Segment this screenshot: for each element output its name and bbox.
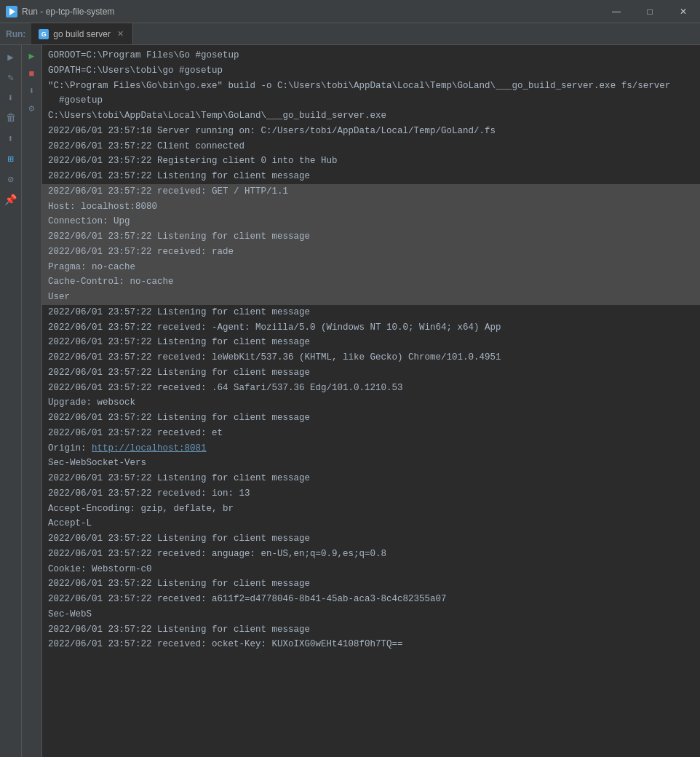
- console-line: "C:\Program Files\Go\bin\go.exe" build -…: [42, 79, 700, 94]
- sidebar-icon-layout[interactable]: ⊞: [2, 150, 20, 167]
- console-line: Sec-WebS: [42, 607, 700, 622]
- console-line: 2022/06/01 23:57:22 Listening for client…: [42, 411, 700, 426]
- tab-go-build-server[interactable]: G go build server ✕: [31, 23, 133, 44]
- sidebar-icon-pin[interactable]: 📌: [2, 191, 20, 208]
- run-label: Run:: [0, 23, 31, 44]
- maximize-button[interactable]: □: [633, 0, 667, 23]
- console-line: 2022/06/01 23:57:22 received: leWebKit/5…: [42, 350, 700, 365]
- console-line: User: [42, 290, 700, 305]
- sidebar-icon-upload[interactable]: ⬆: [2, 130, 20, 147]
- console-line: Origin: http://localhost:8081: [42, 441, 700, 456]
- console-output[interactable]: GOROOT=C:\Program Files\Go #gosetupGOPAT…: [42, 45, 700, 757]
- console-line: 2022/06/01 23:57:22 received: a611f2=d47…: [42, 592, 700, 607]
- console-line: 2022/06/01 23:57:22 received: anguage: e…: [42, 547, 700, 562]
- title-bar-left: Run - ep-tcp-file-system: [6, 6, 114, 17]
- console-line: 2022/06/01 23:57:18 Server running on: C…: [42, 124, 700, 139]
- scroll-end-button[interactable]: ⬇: [24, 83, 40, 99]
- console-line: GOPATH=C:\Users\tobi\go #gosetup: [42, 63, 700, 79]
- console-line: Cache-Control: no-cache: [42, 274, 700, 290]
- console-line: 2022/06/01 23:57:22 Listening for client…: [42, 305, 700, 320]
- console-line: Accept-L: [42, 516, 700, 531]
- console-line: 2022/06/01 23:57:22 received: .64 Safari…: [42, 381, 700, 396]
- tab-close-button[interactable]: ✕: [115, 29, 125, 39]
- console-line: Pragma: no-cache: [42, 260, 700, 275]
- tab-label: go build server: [53, 29, 111, 39]
- console-line: 2022/06/01 23:57:22 received: -Agent: Mo…: [42, 320, 700, 336]
- run-toolbar: ▶ ■ ⬇ ⚙: [22, 45, 42, 757]
- console-line: 2022/06/01 23:57:22 received: ion: 13: [42, 486, 700, 502]
- tab-bar: Run: G go build server ✕: [0, 23, 700, 45]
- console-line: 2022/06/01 23:57:22 received: et: [42, 426, 700, 441]
- main-layout: ▶ ✎ ⬇ 🗑 ⬆ ⊞ ⊘ 📌 ▶ ■ ⬇ ⚙ GOROOT=C:\Progra…: [0, 45, 700, 757]
- window-title: Run - ep-tcp-file-system: [22, 7, 114, 17]
- console-line: 2022/06/01 23:57:22 Listening for client…: [42, 622, 700, 638]
- left-sidebar: ▶ ✎ ⬇ 🗑 ⬆ ⊞ ⊘ 📌: [0, 45, 22, 757]
- minimize-button[interactable]: —: [600, 0, 633, 23]
- stop-button[interactable]: ■: [24, 66, 40, 82]
- go-icon: G: [39, 29, 49, 39]
- app-icon: [6, 6, 17, 17]
- console-line: 2022/06/01 23:57:22 Listening for client…: [42, 531, 700, 547]
- console-lines-container: GOROOT=C:\Program Files\Go #gosetupGOPAT…: [42, 48, 700, 652]
- settings-button[interactable]: ⚙: [24, 100, 40, 116]
- console-line: Upgrade: websock: [42, 395, 700, 411]
- console-line: GOROOT=C:\Program Files\Go #gosetup: [42, 48, 700, 63]
- sidebar-icon-stop[interactable]: ⊘: [2, 170, 20, 188]
- title-bar: Run - ep-tcp-file-system — □ ✕: [0, 0, 700, 23]
- console-line: 2022/06/01 23:57:22 Registering client 0…: [42, 154, 700, 169]
- sidebar-icon-download[interactable]: ⬇: [2, 89, 20, 106]
- close-button[interactable]: ✕: [667, 0, 700, 23]
- sidebar-icon-delete[interactable]: 🗑: [2, 109, 20, 127]
- console-line: Host: localhost:8080: [42, 199, 700, 215]
- console-line: 2022/06/01 23:57:22 Listening for client…: [42, 365, 700, 381]
- console-line: 2022/06/01 23:57:22 Listening for client…: [42, 335, 700, 350]
- console-line: 2022/06/01 23:57:22 Listening for client…: [42, 471, 700, 486]
- console-line: Cookie: Webstorm-c0: [42, 562, 700, 577]
- console-line: Sec-WebSocket-Vers: [42, 456, 700, 471]
- console-line: Connection: Upg: [42, 214, 700, 229]
- window-controls: — □ ✕: [600, 0, 700, 23]
- console-line: 2022/06/01 23:57:22 Listening for client…: [42, 169, 700, 184]
- run-again-button[interactable]: ▶: [24, 48, 40, 64]
- console-line: C:\Users\tobi\AppData\Local\Temp\GoLand\…: [42, 108, 700, 124]
- console-line: 2022/06/01 23:57:22 received: rade: [42, 245, 700, 260]
- sidebar-icon-run[interactable]: ▶: [2, 48, 20, 66]
- console-line: 2022/06/01 23:57:22 received: ocket-Key:…: [42, 637, 700, 652]
- console-line: 2022/06/01 23:57:22 received: GET / HTTP…: [42, 184, 700, 199]
- console-line: 2022/06/01 23:57:22 Client connected: [42, 139, 700, 154]
- sidebar-icon-edit[interactable]: ✎: [2, 68, 20, 86]
- console-line: Accept-Encoding: gzip, deflate, br: [42, 502, 700, 517]
- origin-link[interactable]: http://localhost:8081: [92, 443, 207, 453]
- console-line: 2022/06/01 23:57:22 Listening for client…: [42, 576, 700, 592]
- console-line: 2022/06/01 23:57:22 Listening for client…: [42, 229, 700, 245]
- console-line: #gosetup: [42, 93, 700, 108]
